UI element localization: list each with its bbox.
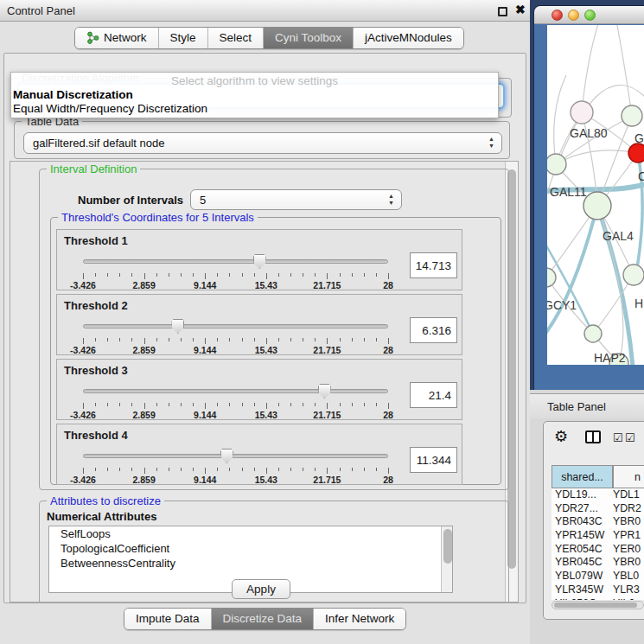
slider-track[interactable] [83,259,388,264]
network-node-label: GAL4 [603,229,634,243]
zoom-traffic-light-icon[interactable] [584,10,596,21]
attributes-scrollbar-thumb[interactable] [443,529,452,564]
slider-tick [169,403,169,406]
network-canvas[interactable]: GAL80GCGAL11GAL4GCY1HHAP2 [547,25,644,365]
network-node[interactable] [571,101,593,124]
table-row[interactable]: YPR145WYPR1 [552,529,644,543]
algorithm-option-equal-width[interactable]: Equal Width/Frequency Discretization [11,101,498,115]
cyni-mode-tabs: Impute Data Discretize Data Infer Networ… [124,608,406,630]
network-node[interactable] [628,143,644,163]
table-row[interactable]: YBR045CYBR0 [552,556,644,570]
close-traffic-light-icon[interactable] [552,10,563,21]
tab-select[interactable]: Select [207,28,264,48]
threshold-2-value-field[interactable]: 6.316 [410,317,457,343]
attribute-item[interactable]: SelfLoops [49,526,452,541]
split-columns-icon[interactable] [585,430,601,443]
network-node[interactable] [623,265,644,285]
slider-tick-label: -3.426 [70,410,96,420]
table-row[interactable]: YBL079WYBL0 [552,570,644,583]
tab-impute-data[interactable]: Impute Data [124,609,211,629]
column-header-name[interactable]: n [613,465,644,488]
network-node[interactable] [547,268,556,287]
slider-tick [254,273,255,277]
tab-infer-network[interactable]: Infer Network [313,609,405,629]
network-node[interactable] [583,192,611,220]
slider-tick [131,338,132,341]
slider-tick-label: 9.144 [194,410,216,420]
threshold-2-slider[interactable]: -3.4262.8599.14415.4321.71528 [83,319,388,354]
tab-discretize-data[interactable]: Discretize Data [211,609,314,629]
attribute-item[interactable]: TopologicalCoefficient [49,541,452,556]
table-row[interactable]: YDR27...YDR2 [552,502,644,516]
slider-tick [181,338,182,341]
close-icon[interactable]: ✖ [515,3,526,16]
tab-style[interactable]: Style [158,28,207,48]
select-columns-icon[interactable]: ☑ [613,431,623,444]
slider-tick [193,338,194,341]
apply-button[interactable]: Apply [232,579,290,599]
threshold-4-value-field[interactable]: 11.344 [410,447,457,473]
panel-title: Control Panel [7,4,75,17]
algorithm-dropdown-popup: Select algorithm to view settings Manual… [10,72,499,118]
select-all-columns-icon[interactable]: ☑ [625,431,635,444]
table-row[interactable]: YBR043CYBR0 [552,515,644,529]
attribute-item[interactable]: BetweennessCentrality [49,556,452,571]
network-node[interactable] [622,105,642,126]
threshold-3-slider[interactable]: -3.4262.8599.14415.4321.71528 [83,384,388,418]
slider-track[interactable] [83,324,388,328]
network-node-label: H [634,296,643,310]
slider-tick [229,273,230,277]
slider-tick-label: 21.715 [313,475,341,485]
slider-tick [340,338,341,341]
number-of-intervals-select[interactable]: 5 ▲▼ [190,189,402,210]
slider-tick [229,338,230,341]
tab-jactivemnodules[interactable]: jActiveMNodules [353,28,463,48]
network-node[interactable] [547,154,566,175]
slider-tick-label: -3.426 [70,475,96,485]
float-window-icon[interactable] [498,7,507,16]
tab-cyni-toolbox[interactable]: Cyni Toolbox [263,28,353,48]
slider-tick [254,338,255,341]
slider-tick [315,273,316,277]
table-row[interactable]: YDL19...YDL1 [552,488,644,502]
slider-tick [181,403,182,406]
table-row[interactable]: YIL052CYIL0 [552,597,644,601]
minimize-traffic-light-icon[interactable] [568,10,579,21]
slider-track[interactable] [83,454,388,458]
attributes-list-scrollbar[interactable] [441,526,452,592]
slider-tick [169,468,169,471]
slider-tick [352,468,353,471]
slider-thumb[interactable] [171,319,184,334]
column-header-shared-name[interactable]: shared... [552,465,613,488]
table-horizontal-scrollbar[interactable] [552,601,644,609]
tab-network[interactable]: Network [75,28,158,48]
slider-tick [254,403,255,406]
slider-tick-label: 21.715 [313,280,341,290]
threshold-3-value-field[interactable]: 21.4 [410,382,457,408]
table-row[interactable]: YER054CYER0 [552,543,644,557]
table-row[interactable]: YLR345WYLR3 [552,583,644,597]
threshold-1-label: Threshold 1 [64,234,128,247]
slider-tick [131,273,132,277]
slider-tick [205,338,206,344]
slider-thumb[interactable] [220,449,233,463]
slider-tick [315,468,316,471]
table-settings-gear-icon[interactable]: ⚙ [554,427,568,446]
threshold-1-value-field[interactable]: 14.713 [410,252,457,278]
slider-thumb[interactable] [253,254,266,269]
slider-tick [169,338,169,341]
network-node[interactable] [584,325,602,342]
stepper-arrows-icon: ▲▼ [387,193,395,207]
table-data-select[interactable]: galFiltered.sif default node ▲▼ [23,132,502,154]
slider-tick [95,403,96,406]
slider-tick [303,403,303,406]
slider-thumb[interactable] [318,384,331,399]
slider-tick [193,273,194,277]
slider-track[interactable] [83,389,388,393]
slider-tick [242,273,243,277]
slider-tick [266,468,267,474]
table-hscrollbar-thumb[interactable] [554,603,637,608]
threshold-1-slider[interactable]: -3.4262.8599.14415.4321.71528 [83,254,388,289]
threshold-4-slider[interactable]: -3.4262.8599.14415.4321.71528 [83,449,388,483]
algorithm-option-manual[interactable]: Manual Discretization [11,87,498,101]
